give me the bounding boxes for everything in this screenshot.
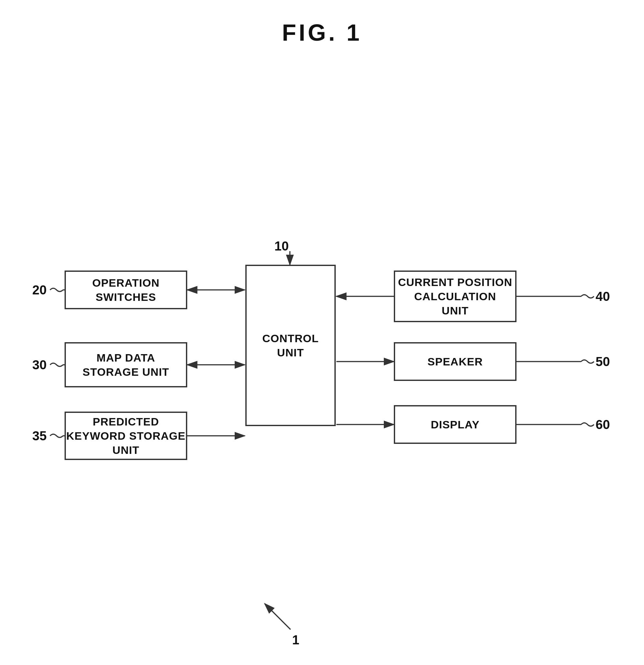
label-1: 1	[292, 633, 299, 647]
speaker-box: SPEAKER	[394, 342, 516, 381]
map-data-storage-label: MAP DATA STORAGE UNIT	[83, 350, 169, 379]
label-60: 60	[595, 417, 610, 432]
display-label: DISPLAY	[431, 417, 479, 432]
current-position-box: CURRENT POSITION CALCULATION UNIT	[394, 270, 516, 322]
operation-switches-label: OPERATION SWITCHES	[92, 276, 160, 304]
control-unit-label: CONTROL UNIT	[262, 331, 319, 360]
label-40: 40	[595, 289, 610, 304]
label-10: 10	[274, 239, 289, 253]
label-35: 35	[32, 429, 47, 443]
display-box: DISPLAY	[394, 405, 516, 444]
label-50: 50	[595, 355, 610, 369]
predicted-keyword-box: PREDICTED KEYWORD STORAGE UNIT	[64, 412, 187, 460]
figure-title: FIG. 1	[282, 19, 362, 46]
speaker-label: SPEAKER	[428, 355, 482, 369]
operation-switches-box: OPERATION SWITCHES	[64, 270, 187, 309]
predicted-keyword-label: PREDICTED KEYWORD STORAGE UNIT	[66, 415, 186, 457]
diagram-container: FIG. 1	[0, 0, 644, 665]
label-20: 20	[32, 283, 47, 297]
svg-line-17	[265, 604, 290, 629]
map-data-storage-box: MAP DATA STORAGE UNIT	[64, 342, 187, 387]
current-position-label: CURRENT POSITION CALCULATION UNIT	[398, 275, 512, 318]
control-unit-box: CONTROL UNIT	[245, 265, 336, 426]
label-30: 30	[32, 358, 47, 372]
